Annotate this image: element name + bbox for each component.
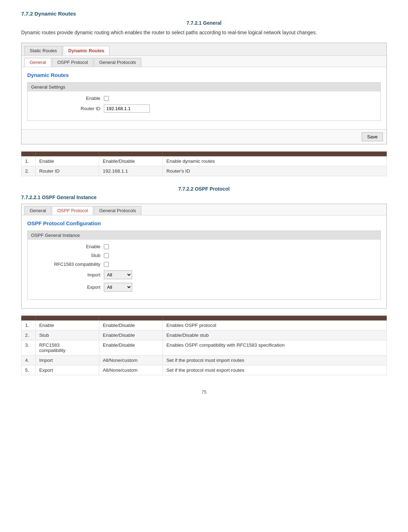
row-desc: Set if the protocol must export routes <box>163 365 387 375</box>
table-row: 4. Import All/None/custom Set if the pro… <box>22 355 387 365</box>
stub-label: Stub <box>33 253 104 258</box>
router-id-label: Router ID <box>33 106 104 111</box>
ospf-subtab-general[interactable]: General <box>24 206 51 215</box>
row-values: 192.168.1.1 <box>99 166 163 176</box>
row-values: All/None/custom <box>99 365 163 375</box>
sub-tab-bar: General OSPF Protocol General Protocols <box>22 56 386 67</box>
ospf-sub-tab-bar: General OSPF Protocol General Protocols <box>22 204 386 215</box>
row-num: 2. <box>22 330 36 340</box>
save-button[interactable]: Save <box>362 132 383 141</box>
row-num: 2. <box>22 166 36 176</box>
row-values: Enable/Disable <box>99 340 163 355</box>
rfc1583-row: RFC1583 compatibility <box>33 262 375 267</box>
row-values: All/None/custom <box>99 355 163 365</box>
row-desc: Set if the protocol must import routes <box>163 355 387 365</box>
col-num <box>22 316 36 321</box>
subtab-general-protocols[interactable]: General Protocols <box>94 58 141 67</box>
general-settings-body: Enable Router ID <box>28 91 380 120</box>
row-name: RFC1583compatibility <box>36 340 99 355</box>
col-desc <box>163 152 387 156</box>
ospf-general-instance-box: OSPF General Instance Enable Stub RFC158… <box>27 231 381 300</box>
stub-row: Stub <box>33 253 375 258</box>
row-values: Enable/Disable <box>99 156 163 166</box>
subtab-ospf-protocol[interactable]: OSPF Protocol <box>52 58 93 67</box>
router-id-row: Router ID <box>33 104 375 113</box>
rfc1583-checkbox[interactable] <box>104 262 109 267</box>
row-num: 1. <box>22 156 36 166</box>
enable-row: Enable <box>33 96 375 101</box>
subtab-general[interactable]: General <box>24 58 51 67</box>
section-772-heading: 7.7.2 Dynamic Routes <box>21 11 387 17</box>
row-num: 1. <box>22 321 36 330</box>
ospf-enable-row: Enable <box>33 244 375 249</box>
row-num: 3. <box>22 340 36 355</box>
row-name: Export <box>36 365 99 375</box>
dynamic-routes-general-panel: Static Routes Dynamic Routes General OSP… <box>21 43 387 144</box>
row-desc: Enables OSPF protocol <box>163 321 387 330</box>
col-num <box>22 152 36 156</box>
page-number: 75 <box>21 389 387 395</box>
general-settings-box: General Settings Enable Router ID <box>27 82 381 121</box>
desc-table-7721: 1. Enable Enable/Disable Enable dynamic … <box>21 151 387 176</box>
table-row: 5. Export All/None/custom Set if the pro… <box>22 365 387 375</box>
panel-content-ospf: OSPF Protocol Configuration OSPF General… <box>22 215 386 308</box>
table-row: 2. Router ID 192.168.1.1 Router's ID <box>22 166 387 176</box>
panel-content-general: Dynamic Routes General Settings Enable R… <box>22 67 386 129</box>
row-desc: Enables OSPF compatibility with RFC1583 … <box>163 340 387 355</box>
col-values <box>99 316 163 321</box>
main-tab-bar: Static Routes Dynamic Routes <box>22 43 386 56</box>
ospf-general-instance-header: OSPF General Instance <box>28 231 380 240</box>
table-row: 3. RFC1583compatibility Enable/Disable E… <box>22 340 387 355</box>
ospf-protocol-panel: General OSPF Protocol General Protocols … <box>21 204 387 309</box>
col-values <box>99 152 163 156</box>
intro-text-7721: Dynamic routes provide dynamic routing w… <box>21 29 387 36</box>
table-row: 1. Enable Enable/Disable Enable dynamic … <box>22 156 387 166</box>
ospf-enable-label: Enable <box>33 244 104 249</box>
row-values: Enable/Disable <box>99 321 163 330</box>
row-name: Router ID <box>36 166 99 176</box>
row-name: Import <box>36 355 99 365</box>
tab-dynamic-routes[interactable]: Dynamic Routes <box>63 46 110 55</box>
ospf-enable-checkbox[interactable] <box>104 244 109 249</box>
import-select[interactable]: All None custom <box>104 270 132 279</box>
col-desc <box>163 316 387 321</box>
import-label: Import <box>33 272 104 277</box>
export-label: Export <box>33 285 104 290</box>
row-name: Enable <box>36 321 99 330</box>
row-num: 5. <box>22 365 36 375</box>
router-id-input[interactable] <box>104 104 150 113</box>
row-name: Stub <box>36 330 99 340</box>
row-num: 4. <box>22 355 36 365</box>
col-name <box>36 316 99 321</box>
ospf-general-instance-body: Enable Stub RFC1583 compatibility Import <box>28 240 380 299</box>
ospf-subtab-general-protocols[interactable]: General Protocols <box>94 206 141 215</box>
row-desc: Router's ID <box>163 166 387 176</box>
row-desc: Enable dynamic routes <box>163 156 387 166</box>
col-name <box>36 152 99 156</box>
enable-label: Enable <box>33 96 104 101</box>
panel-heading-dynamic-routes: Dynamic Routes <box>27 72 381 78</box>
save-button-row: Save <box>22 129 386 144</box>
row-values: Enable/Disable <box>99 330 163 340</box>
import-row: Import All None custom <box>33 270 375 279</box>
stub-checkbox[interactable] <box>104 253 109 258</box>
row-desc: Enable/Disable stub <box>163 330 387 340</box>
desc-table-77221: 1. Enable Enable/Disable Enables OSPF pr… <box>21 316 387 375</box>
subsection-7721-heading: 7.7.2.1 General <box>21 20 387 26</box>
panel-heading-ospf: OSPF Protocol Configuration <box>27 220 381 226</box>
row-name: Enable <box>36 156 99 166</box>
table-row: 2. Stub Enable/Disable Enable/Disable st… <box>22 330 387 340</box>
table-row: 1. Enable Enable/Disable Enables OSPF pr… <box>22 321 387 330</box>
enable-checkbox[interactable] <box>104 96 109 101</box>
rfc1583-label: RFC1583 compatibility <box>33 262 104 267</box>
tab-static-routes[interactable]: Static Routes <box>24 46 62 55</box>
general-settings-header: General Settings <box>28 83 380 91</box>
subsection-7722-heading: 7.7.2.2 OSPF Protocol <box>21 186 387 192</box>
ospf-subtab-ospf-protocol[interactable]: OSPF Protocol <box>52 206 93 215</box>
export-select[interactable]: All None custom <box>104 283 132 292</box>
export-row: Export All None custom <box>33 283 375 292</box>
subsubsection-77221-heading: 7.7.2.2.1 OSPF General Instance <box>21 195 387 200</box>
